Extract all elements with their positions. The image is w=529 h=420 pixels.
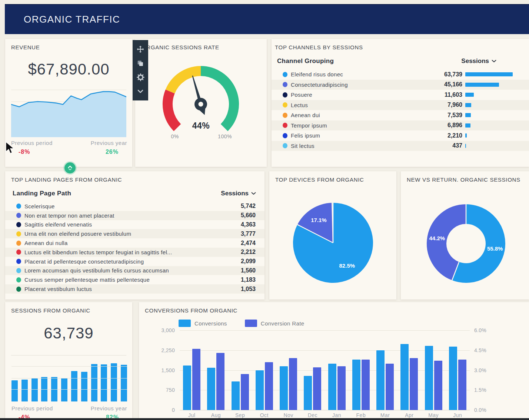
series-color-dot xyxy=(283,92,287,97)
series-color-dot xyxy=(16,249,21,255)
table-row[interactable]: Aenean dui7,539 xyxy=(272,110,529,120)
right-axis-tick: 1.5% xyxy=(474,387,486,393)
top-devices-card: TOP DEVICES FROM ORGANIC 82.5%17.1% xyxy=(269,171,396,300)
session-bar xyxy=(31,378,38,401)
conversion-rate-bar xyxy=(313,367,321,410)
duplicate-icon[interactable] xyxy=(135,58,146,69)
row-value: 5,660 xyxy=(219,212,256,219)
conversions-bar xyxy=(400,344,409,410)
table-row[interactable]: Aenean dui nulla2,474 xyxy=(5,238,264,248)
month-bar-group xyxy=(228,330,252,410)
month-label: Oct xyxy=(252,412,276,418)
table-row[interactable]: Cursus semper pellentesque mattis pellen… xyxy=(5,275,264,284)
row-label: Lorem accumsan quis vestibulum felis cur… xyxy=(24,267,219,274)
row-value: 6,896 xyxy=(425,122,462,129)
row-value: 1,183 xyxy=(219,277,256,283)
table-row[interactable]: Placerat vestibulum luctus1,053 xyxy=(5,284,264,294)
dashboard: ORGANIC TRAFFIC xyxy=(0,0,529,420)
row-value: 11,603 xyxy=(425,92,462,98)
row-label: Non erat tempor non amet placerat xyxy=(24,212,219,219)
conversions-plot xyxy=(180,330,470,410)
sort-chevron-icon xyxy=(251,192,256,195)
card-title: SESSIONS FROM ORGANIC xyxy=(11,307,90,314)
conversions-from-organic-card: CONVERSIONS FROM ORGANIC ConversionsConv… xyxy=(139,302,529,420)
row-label: Aenean dui nulla xyxy=(24,240,219,246)
row-bar xyxy=(465,93,474,97)
legend-label: Conversions xyxy=(194,320,227,327)
conversions-bar xyxy=(304,376,312,410)
revenue-value: $67,890.00 xyxy=(5,60,132,78)
revenue-area-svg xyxy=(11,90,126,137)
column-header-sessions-sort[interactable]: Sessions xyxy=(221,190,256,197)
row-value: 63,739 xyxy=(425,71,462,78)
table-row[interactable]: Sagittis eleifend venenatis4,363 xyxy=(5,220,264,229)
prev-year-label: Previous year xyxy=(91,405,127,411)
row-value: 7,960 xyxy=(425,102,462,108)
landing-rows: Scelerisque5,742Non erat tempor non amet… xyxy=(5,202,264,294)
column-header-sessions-sort[interactable]: Sessions xyxy=(461,57,496,65)
table-row[interactable]: Lorem accumsan quis vestibulum felis cur… xyxy=(5,266,264,275)
month-bar-group xyxy=(300,330,325,410)
row-label: Lectus xyxy=(291,102,425,108)
series-color-dot xyxy=(16,204,21,209)
table-row[interactable]: Lectus7,960 xyxy=(272,100,529,110)
dashboard-header: ORGANIC TRAFFIC xyxy=(5,4,529,34)
conversions-bar xyxy=(232,381,240,410)
gear-glyph xyxy=(136,73,145,82)
right-axis-tick: 4.5% xyxy=(474,347,486,353)
sessions-header-label: Sessions xyxy=(461,57,489,65)
row-bar xyxy=(465,83,499,87)
table-row[interactable]: Luctus elit bibendum lectus tempor feugi… xyxy=(5,248,264,257)
column-header-landing-page-path: Landing Page Path xyxy=(13,190,71,197)
expand-button[interactable] xyxy=(64,162,76,173)
card-title: REVENUE xyxy=(11,44,40,50)
landing-table-header: Landing Page Path Sessions xyxy=(5,190,264,199)
month-label: Aug xyxy=(204,412,228,418)
devices-pie-svg: 82.5%17.1% xyxy=(289,198,377,287)
session-bar xyxy=(21,380,28,401)
conversion-rate-bar xyxy=(337,366,346,410)
sessions-value: 63,739 xyxy=(5,324,132,342)
gauge-max-label: 100% xyxy=(217,133,233,139)
table-row[interactable]: Felis ipsum2,210 xyxy=(272,130,529,141)
table-row[interactable]: Eleifend risus donec63,739 xyxy=(272,69,529,80)
table-row[interactable]: Sit lectus437 xyxy=(272,141,529,151)
month-label: Dec xyxy=(300,412,325,418)
settings-gear-icon[interactable] xyxy=(135,72,146,82)
month-bar-group xyxy=(325,330,349,410)
new-vs-return-donut-svg: 55.8%44.2% xyxy=(422,199,510,288)
row-value: 2,212 xyxy=(219,249,256,255)
move-icon[interactable] xyxy=(135,44,146,54)
series-color-dot xyxy=(283,82,287,87)
conversion-rate-bar xyxy=(216,353,224,410)
collapse-chevron-icon[interactable] xyxy=(135,86,146,96)
row-bar xyxy=(465,113,471,117)
series-color-dot xyxy=(16,287,21,292)
month-bar-group xyxy=(276,330,300,410)
row-bar xyxy=(465,103,471,107)
prev-year-label: Previous year xyxy=(91,140,127,146)
table-row[interactable]: Scelerisque5,742 xyxy=(5,202,264,211)
row-value: 1,053 xyxy=(219,286,256,292)
row-value: 5,742 xyxy=(219,203,256,209)
table-row[interactable]: Urna elit non eleifend posuere vestibulu… xyxy=(5,229,264,238)
table-row[interactable]: Tempor ipsum6,896 xyxy=(272,120,529,131)
card-title: TOP CHANNELS BY SESSIONS xyxy=(275,44,363,50)
table-row[interactable]: Non erat tempor non amet placerat5,660 xyxy=(5,211,264,220)
row-label: Urna elit non eleifend posuere vestibulu… xyxy=(24,231,219,237)
month-label: Feb xyxy=(349,412,373,418)
month-label: Jul xyxy=(180,412,204,418)
table-row[interactable]: Placerat id pellentesque consecteturadip… xyxy=(5,257,264,266)
row-label: Sit lectus xyxy=(291,143,425,149)
series-color-dot xyxy=(283,133,287,138)
row-label: Placerat id pellentesque consecteturadip… xyxy=(24,258,219,265)
row-value: 2,099 xyxy=(219,258,256,265)
table-row[interactable]: Posuere11,603 xyxy=(272,90,529,100)
series-color-dot xyxy=(283,143,287,148)
row-bar-track xyxy=(465,144,525,148)
table-row[interactable]: Consecteturadipiscing45,166 xyxy=(272,80,529,90)
month-label: Sep xyxy=(228,412,252,418)
page-title: ORGANIC TRAFFIC xyxy=(24,5,120,34)
conversion-rate-bar xyxy=(241,374,249,410)
month-label: Jun xyxy=(446,412,470,418)
